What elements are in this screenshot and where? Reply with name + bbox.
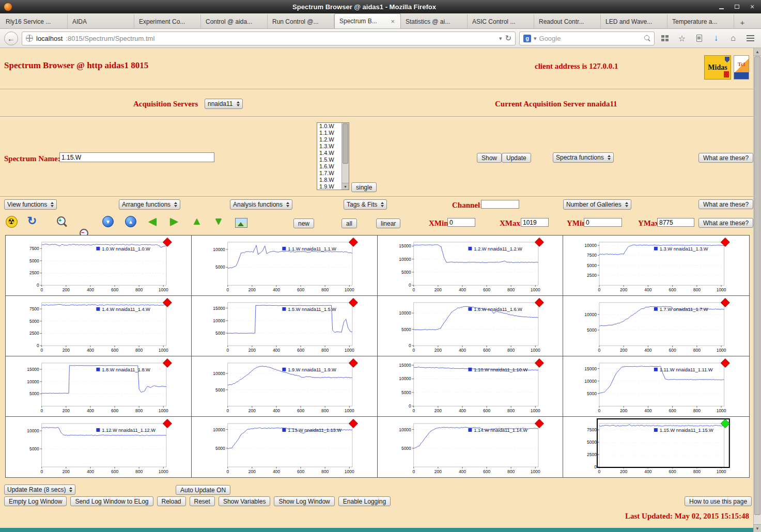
scroll-down-icon[interactable]: ▼: [342, 183, 349, 190]
bookmark-star-icon[interactable]: ☆: [675, 32, 689, 44]
zoom-in-icon[interactable]: +: [56, 215, 68, 228]
browser-tab[interactable]: Experiment Co...: [134, 14, 201, 28]
tags-fits-select[interactable]: Tags & Fits: [344, 199, 387, 210]
reset-button[interactable]: Reset: [190, 496, 215, 506]
enable-logging-button[interactable]: Enable Logging: [338, 496, 391, 506]
listbox-scrollbar-thumb[interactable]: [343, 123, 348, 164]
browser-tab[interactable]: Statistics @ ai...: [401, 14, 468, 28]
spectrum-chart-1.8.W[interactable]: 50001000015000020040060080010001.8.W nna…: [6, 356, 192, 417]
browser-tab[interactable]: ASIC Control ...: [468, 14, 534, 28]
ymax-input[interactable]: [657, 218, 694, 227]
radioactive-icon[interactable]: ☢: [5, 215, 18, 228]
new-tab-button[interactable]: +: [735, 16, 750, 28]
spectrum-chart-1.7.W[interactable]: 500010000020040060080010001.7.W nnaida11…: [563, 296, 749, 356]
what-are-these-button-3[interactable]: What are these?: [698, 218, 753, 228]
search-input[interactable]: Google: [539, 35, 642, 42]
single-button[interactable]: single: [351, 182, 377, 192]
new-button[interactable]: new: [293, 218, 314, 228]
spectrum-chart-1.11.W[interactable]: 50001000015000020040060080010001.11.W nn…: [563, 356, 749, 417]
list-item[interactable]: 1.4.W: [317, 150, 341, 157]
xmin-input[interactable]: [447, 218, 475, 227]
spectrum-chart-1.6.W[interactable]: 0500010000020040060080010001.6.W nnaida1…: [378, 296, 564, 356]
spectrum-chart-1.14.W[interactable]: 500010000020040060080010001.14.W nnaida1…: [378, 417, 564, 477]
bookmarks-menu-icon[interactable]: [692, 32, 706, 44]
analysis-functions-select[interactable]: Analysis functions: [230, 199, 292, 210]
list-item[interactable]: 1.2.W: [317, 136, 341, 143]
arrow-right-icon[interactable]: ▶: [168, 215, 180, 227]
arrow-down-icon[interactable]: ▼: [212, 215, 225, 227]
all-button[interactable]: all: [341, 218, 357, 228]
list-item[interactable]: 1.5.W: [317, 157, 341, 163]
tab-close-icon[interactable]: ×: [390, 18, 396, 25]
spectrum-name-input[interactable]: [59, 152, 214, 162]
spectrum-chart-1.15.W[interactable]: 0250050007500020040060080010001.15.W nna…: [563, 417, 749, 477]
search-icon[interactable]: [644, 35, 650, 41]
how-to-use-button[interactable]: How to use this page: [685, 496, 752, 506]
spectrum-listbox[interactable]: 1.0.W1.1.W1.2.W1.3.W1.4.W1.5.W1.6.W1.7.W…: [317, 122, 349, 190]
list-item[interactable]: 1.6.W: [317, 163, 341, 170]
acquisition-server-select[interactable]: nnaida11: [205, 99, 243, 109]
search-engine-caret-icon[interactable]: ▾: [534, 35, 537, 42]
blue-down-circle-icon[interactable]: ▼: [102, 215, 114, 228]
spectrum-chart-1.13.W[interactable]: 500010000020040060080010001.13.W nnaida1…: [192, 417, 378, 477]
list-item[interactable]: 1.0.W: [317, 123, 341, 130]
show-log-window-button[interactable]: Show Log Window: [274, 496, 334, 506]
what-are-these-button-2[interactable]: What are these?: [698, 199, 753, 209]
url-bar[interactable]: localhost :8015/Spectrum/Spectrum.tml ▾ …: [22, 32, 516, 45]
spectra-functions-select[interactable]: Spectra functions: [553, 152, 614, 163]
update-rate-select[interactable]: Update Rate (8 secs): [4, 484, 75, 495]
show-variables-button[interactable]: Show Variables: [219, 496, 271, 506]
spectrum-chart-1.5.W[interactable]: 50001000015000020040060080010001.5.W nna…: [192, 296, 378, 356]
url-dropdown-icon[interactable]: ▾: [499, 35, 502, 42]
scrollbar-thumb[interactable]: [754, 56, 760, 515]
reload-icon[interactable]: ↻: [505, 34, 511, 43]
spectrum-chart-1.9.W[interactable]: 500010000020040060080010001.9.W nnaida11…: [192, 356, 378, 417]
list-item[interactable]: 1.1.W: [317, 130, 341, 136]
list-item[interactable]: 1.9.W: [317, 183, 341, 190]
browser-tab[interactable]: Temperature a...: [667, 14, 734, 28]
browser-tab[interactable]: AIDA: [68, 14, 134, 28]
number-of-galleries-select[interactable]: Number of Galleries: [563, 199, 631, 210]
spectrum-chart-1.10.W[interactable]: 050001000015000020040060080010001.10.W n…: [378, 356, 564, 417]
spectrum-chart-1.0.W[interactable]: 0250050007500020040060080010001.0.W nnai…: [6, 236, 192, 296]
page-scrollbar[interactable]: ▲ ▼: [753, 48, 761, 532]
linear-button[interactable]: linear: [376, 218, 400, 228]
spectrum-chart-1.3.W[interactable]: 25005000750010000020040060080010001.3.W …: [563, 236, 749, 296]
browser-tab[interactable]: Spectrum B...×: [334, 13, 401, 28]
blue-up-circle-icon[interactable]: ▲: [125, 215, 137, 228]
send-log-window-to-elog-button[interactable]: Send Log Window to ELog: [70, 496, 153, 506]
search-bar[interactable]: g ▾ Google: [519, 32, 655, 45]
browser-tab[interactable]: LED and Wave...: [601, 14, 667, 28]
spectrum-chart-1.4.W[interactable]: 0250050007500020040060080010001.4.W nnai…: [6, 296, 192, 356]
back-button[interactable]: ←: [4, 32, 18, 45]
browser-tab[interactable]: Control @ aida...: [201, 14, 268, 28]
spectrum-chart-1.2.W[interactable]: 050001000015000020040060080010001.2.W nn…: [378, 236, 564, 296]
xmax-input[interactable]: [521, 218, 549, 227]
site-identity-icon[interactable]: [26, 35, 33, 42]
empty-log-window-button[interactable]: Empty Log Window: [4, 496, 67, 506]
show-button[interactable]: Show: [477, 153, 502, 163]
what-are-these-button-1[interactable]: What are these?: [698, 153, 753, 163]
library-icon[interactable]: [658, 32, 672, 44]
arrange-functions-select[interactable]: Arrange functions: [119, 199, 180, 210]
update-button[interactable]: Update: [502, 153, 531, 163]
auto-update-button[interactable]: Auto Update ON: [176, 485, 230, 495]
scroll-down-icon[interactable]: ▼: [754, 524, 761, 532]
close-button[interactable]: ×: [748, 3, 757, 11]
browser-tab[interactable]: Readout Contr...: [534, 14, 601, 28]
list-item[interactable]: 1.8.W: [317, 177, 341, 183]
minimize-button[interactable]: [717, 3, 726, 11]
view-functions-select[interactable]: View functions: [4, 199, 57, 210]
browser-tab[interactable]: Run Control @...: [268, 14, 334, 28]
window-titlebar[interactable]: Spectrum Browser @ aidas1 - Mozilla Fire…: [0, 0, 761, 13]
image-icon[interactable]: [235, 216, 247, 229]
spectrum-chart-1.1.W[interactable]: 500010000020040060080010001.1.W nnaida11…: [192, 236, 378, 296]
list-item[interactable]: 1.7.W: [317, 170, 341, 177]
reload-button[interactable]: Reload: [157, 496, 186, 506]
listbox-scrollbar[interactable]: ▼: [341, 123, 349, 190]
spectrum-chart-1.12.W[interactable]: 500010000020040060080010001.12.W nnaida1…: [6, 417, 192, 477]
maximize-button[interactable]: [732, 3, 741, 11]
downloads-icon[interactable]: ↓: [709, 32, 723, 44]
menu-icon[interactable]: [743, 32, 757, 44]
refresh-icon[interactable]: ↻: [26, 215, 38, 227]
